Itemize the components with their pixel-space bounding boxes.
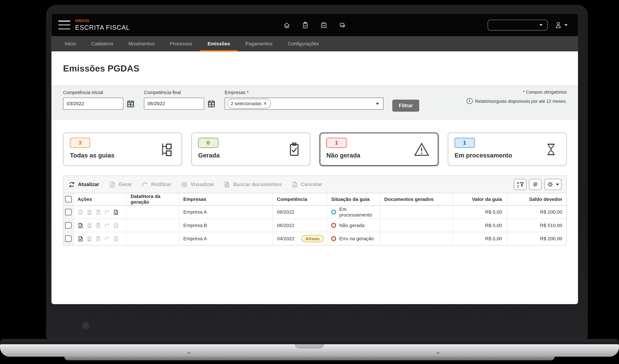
tab-inicio[interactable]: Inicio [57, 36, 84, 52]
col-competencia: Competência [273, 193, 327, 205]
gerar-icon[interactable] [77, 209, 84, 215]
user-menu[interactable] [554, 21, 567, 29]
redo-icon [141, 181, 148, 188]
atualizar-button[interactable]: Atualizar [68, 181, 99, 188]
account-dropdown[interactable] [488, 20, 548, 30]
cancelar-button[interactable]: Cancelar [291, 181, 322, 188]
user-icon [554, 21, 562, 29]
row-actions [77, 222, 119, 228]
clipboard-check-icon [286, 141, 303, 158]
cancelar-icon[interactable] [113, 236, 119, 242]
gerar-button[interactable]: Gerar [109, 181, 132, 188]
tab-movimentos[interactable]: Movimentos [121, 36, 162, 52]
cell-empresa: Empresa B [179, 219, 273, 232]
row-checkbox[interactable] [65, 209, 71, 216]
select-all-checkbox[interactable] [65, 196, 71, 202]
card-em-processamento[interactable]: 1 Em processamento [448, 133, 567, 166]
document-check-icon [109, 181, 116, 188]
cell-saldo: R$ 200,00 [507, 232, 567, 245]
settings-icon [547, 181, 554, 188]
empresas-label: Empresas * [225, 90, 383, 95]
card-todas-as-guias[interactable]: 3 Todas as guias [63, 133, 182, 166]
status-dot-error [331, 223, 336, 228]
cancelar-icon[interactable] [113, 222, 119, 228]
chip-remove-icon[interactable]: ✕ [263, 101, 267, 106]
tab-emissoes[interactable]: Emissões [200, 36, 238, 52]
required-note: * Campos obrigatórios [467, 90, 567, 94]
tab-processos[interactable]: Processos [162, 36, 200, 52]
empresas-multiselect[interactable]: 2 selecionadas ✕ [225, 98, 383, 110]
gerar-icon[interactable] [77, 236, 84, 242]
app-header: ONVIO ESCRITA FISCAL [52, 14, 578, 36]
filter-bar: Competência inicial Competência final [52, 85, 578, 120]
tasks-icon[interactable] [301, 21, 309, 29]
cell-situacao: Não gerada [339, 222, 364, 228]
clipboard-check-icon[interactable] [95, 236, 101, 242]
brand-onvio: ONVIO [75, 19, 130, 23]
document-cancel-icon [291, 181, 298, 188]
refresh-icon [68, 181, 75, 188]
table-row: Empresa B 06/2022 Não gerada R$ 0,00 R$ … [63, 219, 566, 232]
extrato-icon[interactable] [86, 209, 92, 215]
competencia-inicial-input[interactable] [63, 98, 123, 110]
svg-text:Z: Z [517, 184, 519, 188]
laptop-bezel: ONVIO ESCRITA FISCAL [46, 5, 588, 339]
extrato-icon[interactable] [86, 222, 92, 228]
bezel-reflection [82, 322, 89, 329]
competencia-final-label: Competência final [144, 90, 216, 95]
card-gerada[interactable]: 0 Gerada [191, 133, 310, 166]
retificar-icon[interactable] [104, 209, 110, 215]
row-density-icon [532, 181, 539, 188]
tab-cadastros[interactable]: Cadastros [84, 36, 121, 52]
retificar-button[interactable]: Retificar [141, 181, 171, 188]
button-label: Buscar documentos [233, 182, 281, 187]
results-table: Ações Data/Hora da geração Empresas Comp… [63, 193, 566, 245]
retificar-icon[interactable] [104, 222, 110, 228]
sort-filter-button[interactable]: AZ [514, 179, 527, 190]
clipboard-check-icon[interactable] [95, 222, 101, 228]
chevron-down-icon [556, 183, 559, 185]
settings-button[interactable] [544, 179, 562, 190]
document-search-icon [224, 181, 230, 188]
calendar-icon[interactable] [207, 99, 216, 108]
filtrar-button[interactable]: Filtrar [392, 100, 420, 112]
cell-competencia: 06/2022 [277, 222, 294, 228]
tab-configuracoes[interactable]: Configurações [280, 36, 326, 52]
row-checkbox[interactable] [65, 235, 71, 242]
row-checkbox[interactable] [65, 222, 71, 229]
home-icon[interactable] [283, 21, 291, 29]
retificar-icon[interactable] [104, 236, 110, 242]
laptop-bottom-lip [64, 357, 555, 360]
visualizar-button[interactable]: Visualizar [181, 181, 214, 188]
button-label: Cancelar [301, 182, 322, 187]
menu-icon[interactable] [58, 20, 70, 29]
deck-notch [295, 344, 324, 348]
extrato-icon[interactable] [86, 236, 92, 242]
gerar-icon[interactable] [77, 222, 84, 228]
row-density-button[interactable] [529, 179, 542, 190]
count-badge: 1 [326, 138, 347, 148]
clipboard-check-icon[interactable] [95, 209, 101, 215]
deck-foot [436, 352, 440, 354]
calendar-icon[interactable] [126, 99, 135, 108]
page-body: Emissões PGDAS Competência inicial [52, 52, 578, 304]
laptop-deck [0, 344, 619, 357]
sort-filter-icon: AZ [516, 181, 524, 188]
cell-valor: R$ 0,00 [453, 232, 507, 245]
count-badge: 0 [198, 138, 218, 148]
inbox-icon[interactable] [320, 21, 328, 29]
competencia-final-input[interactable] [144, 98, 204, 110]
page-title: Emissões PGDAS [63, 63, 140, 74]
buscar-documentos-button[interactable]: Buscar documentos [224, 181, 281, 188]
chat-icon[interactable] [338, 21, 347, 29]
status-dot-error [331, 236, 336, 241]
table-row: Empresa A 06/2022 Em processamento R$ 0,… [63, 206, 566, 219]
tab-pagamentos[interactable]: Pagamentos [238, 36, 280, 52]
results-panel: Atualizar Gerar Retificar Visualiza [63, 175, 567, 245]
summary-cards: 3 Todas as guias 0 Gerada 1 Não gerada [52, 120, 578, 166]
col-documentos: Documentos gerados [380, 193, 453, 205]
field-competencia-final: Competência final [144, 90, 216, 119]
chevron-down-icon [564, 24, 567, 26]
card-nao-gerada[interactable]: 1 Não gerada [320, 133, 438, 166]
cancelar-icon[interactable] [113, 209, 119, 215]
